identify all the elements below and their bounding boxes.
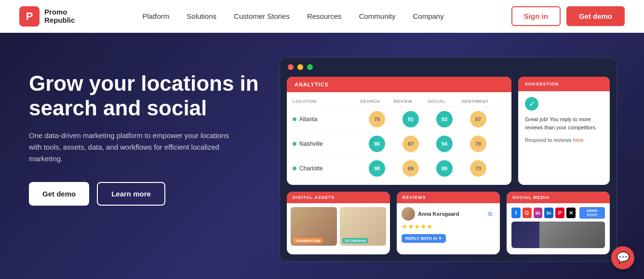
reviews-content: Anna Korsgaard G ★★★★★ REPLY WITH AI ✦ (397, 203, 500, 247)
navbar: P Promo Republic Platform Solutions Cust… (0, 0, 644, 33)
review-score: 87 (394, 136, 428, 152)
location-dot (293, 142, 296, 146)
asset-tag-1: Valentine's Day (293, 238, 322, 243)
google-icon: G (523, 208, 532, 218)
hero-title: Grow your locations in search and social (29, 71, 260, 120)
asset-image-2: US California (340, 207, 386, 246)
col-review: REVIEW (394, 99, 428, 104)
reviewer-avatar (402, 207, 415, 221)
suggestion-link: Respond to reviews here (525, 137, 603, 143)
analytics-panel: ANALYTICS LOCATION SEARCH REVIEW SOCIAL … (287, 77, 511, 185)
reply-with-ai-button[interactable]: REPLY WITH AI ✦ (402, 234, 446, 243)
nav-resources[interactable]: Resources (307, 12, 342, 20)
suggestion-header: SUGGESTION (518, 77, 610, 91)
social-content: f G in in P ✕ SEND POST (507, 203, 610, 252)
digital-assets-panel: DIGITAL ASSETS Valentine's Day US Califo… (287, 192, 390, 254)
table-row: Atlanta 79 91 83 87 (293, 107, 506, 132)
linkedin-icon: in (544, 208, 553, 218)
location-dot (293, 167, 296, 170)
nav-actions: Sign in Get demo (511, 6, 625, 26)
nav-solutions[interactable]: Solutions (187, 12, 216, 20)
sentiment-score: 87 (461, 111, 495, 127)
chat-icon: 💬 (617, 251, 630, 264)
table-row: Charlotte 98 69 89 73 (293, 156, 506, 181)
social-media-header: SOCIAL MEDIA (507, 192, 610, 203)
reviewer-name: Anna Korsgaard (418, 211, 485, 217)
bottom-panels-row: DIGITAL ASSETS Valentine's Day US Califo… (280, 192, 617, 261)
location-dot (293, 117, 296, 121)
logo-text: Promo Republic (44, 8, 75, 24)
table-header: LOCATION SEARCH REVIEW SOCIAL SENTIMENT (293, 96, 506, 107)
window-dot-yellow (297, 64, 303, 70)
col-social: SOCIAL (428, 99, 461, 104)
social-score: 89 (428, 160, 461, 177)
asset-tag-2: US California (342, 238, 368, 243)
table-row: Nashville 90 87 94 78 (293, 132, 506, 156)
chat-bubble[interactable]: 💬 (611, 246, 634, 269)
suggestion-text: Great job! You reply to more reviews tha… (525, 115, 603, 131)
nav-customer-stories[interactable]: Customer Stories (234, 12, 290, 20)
suggestion-panel: SUGGESTION ✓ Great job! You reply to mor… (518, 77, 610, 185)
location-cell: Nashville (293, 140, 360, 147)
location-name: Charlotte (299, 165, 323, 172)
hero-section: Grow your locations in search and social… (0, 33, 644, 279)
hero-buttons: Get demo Learn more (29, 182, 260, 206)
send-post-button[interactable]: SEND POST (579, 207, 605, 219)
review-score: 91 (394, 111, 428, 127)
col-location: LOCATION (293, 99, 360, 104)
window-dot-red (288, 64, 294, 70)
location-cell: Atlanta (293, 116, 360, 123)
reviews-panel: REVIEWS Anna Korsgaard G ★★★★★ REPLY WIT… (397, 192, 500, 254)
dashboard-main-row: ANALYTICS LOCATION SEARCH REVIEW SOCIAL … (280, 77, 617, 192)
asset-image-1: Valentine's Day (291, 207, 337, 246)
digital-assets-content: Valentine's Day US California (287, 203, 390, 250)
window-titlebar (280, 57, 617, 77)
digital-assets-header: DIGITAL ASSETS (287, 192, 390, 203)
col-sentiment: SENTIMENT (461, 99, 495, 104)
sentiment-score: 78 (461, 136, 495, 152)
location-name: Nashville (299, 140, 323, 147)
pinterest-icon: P (555, 208, 564, 218)
hero-learnmore-button[interactable]: Learn more (97, 182, 165, 206)
logo-icon: P (19, 6, 40, 27)
suggestion-link-here[interactable]: here (573, 137, 584, 143)
signin-button[interactable]: Sign in (511, 6, 561, 26)
suggestion-body: ✓ Great job! You reply to more reviews t… (518, 91, 610, 149)
facebook-icon: f (511, 208, 521, 218)
hero-right: ANALYTICS LOCATION SEARCH REVIEW SOCIAL … (280, 57, 617, 262)
nav-community[interactable]: Community (359, 12, 396, 20)
x-icon: ✕ (566, 208, 576, 218)
analytics-header: ANALYTICS (287, 77, 511, 92)
nav-platform[interactable]: Platform (142, 12, 169, 20)
social-post-image-inner (539, 222, 605, 248)
review-score: 69 (394, 160, 428, 177)
location-name: Atlanta (299, 116, 317, 123)
location-cell: Charlotte (293, 165, 360, 172)
dashboard-window: ANALYTICS LOCATION SEARCH REVIEW SOCIAL … (280, 57, 617, 262)
search-score: 98 (360, 160, 394, 177)
reviewer-row: Anna Korsgaard G (402, 207, 495, 221)
hero-subtitle: One data-driven marketing platform to em… (29, 130, 231, 165)
logo[interactable]: P Promo Republic (19, 6, 75, 27)
social-score: 94 (428, 136, 461, 152)
social-icons-row: f G in in P ✕ SEND POST (511, 207, 605, 219)
analytics-table: LOCATION SEARCH REVIEW SOCIAL SENTIMENT … (287, 92, 511, 185)
suggestion-check-icon: ✓ (525, 97, 538, 111)
social-post-image (511, 222, 605, 248)
search-score: 90 (360, 136, 394, 152)
getdemo-button[interactable]: Get demo (566, 6, 625, 26)
col-search: SEARCH (360, 99, 394, 104)
social-score: 83 (428, 111, 461, 127)
instagram-icon: in (534, 208, 543, 218)
nav-company[interactable]: Company (413, 12, 443, 20)
nav-links: Platform Solutions Customer Stories Reso… (142, 12, 443, 21)
hero-getdemo-button[interactable]: Get demo (29, 182, 89, 206)
social-media-panel: SOCIAL MEDIA f G in in P ✕ SEND POST (507, 192, 610, 254)
google-logo: G (485, 209, 495, 219)
window-dot-green (307, 64, 313, 70)
sentiment-score: 73 (461, 160, 495, 177)
hero-left: Grow your locations in search and social… (29, 62, 260, 206)
search-score: 79 (360, 111, 394, 127)
reviews-header: REVIEWS (397, 192, 500, 203)
review-stars: ★★★★★ (402, 223, 495, 230)
